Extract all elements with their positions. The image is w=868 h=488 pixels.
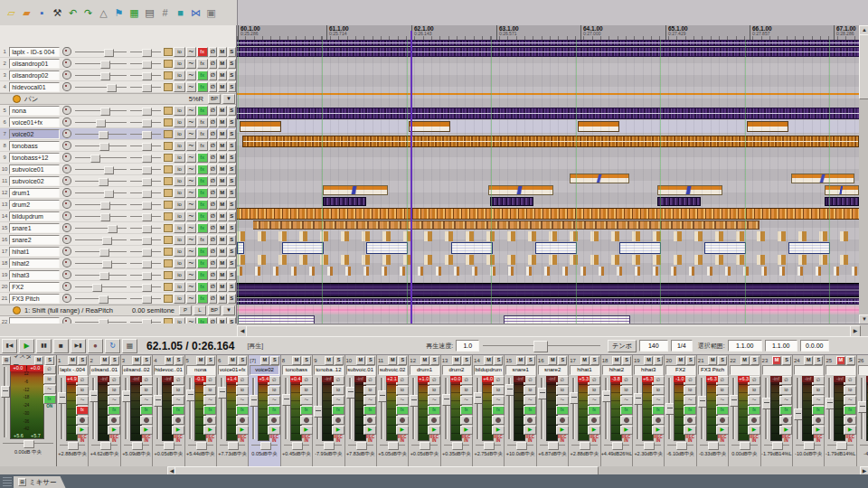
track-name-input[interactable]: voice02: [9, 129, 60, 139]
strip-track-name[interactable]: olisand..02: [122, 365, 151, 375]
mute-button[interactable]: M: [218, 223, 226, 233]
record-arm-button[interactable]: [62, 70, 71, 80]
peak-readout[interactable]: -1.0: [674, 376, 685, 382]
envelope-button[interactable]: 〜: [186, 164, 195, 174]
volume-slider-handle[interactable]: [92, 284, 102, 292]
mute-button[interactable]: M: [676, 356, 685, 365]
tools-icon[interactable]: ⚒: [52, 7, 63, 19]
pan-slider-handle[interactable]: [772, 442, 783, 450]
pan-slider-handle[interactable]: [484, 442, 495, 450]
strip-track-name[interactable]: hidevoc..01: [154, 365, 183, 375]
pan-slider[interactable]: [130, 178, 160, 184]
mute-button[interactable]: M: [228, 356, 237, 365]
envelope-button[interactable]: 〜: [186, 258, 195, 268]
pan-slider[interactable]: [130, 237, 160, 243]
envelope-button[interactable]: 〜: [844, 396, 856, 405]
media-item-drum2[interactable]: [490, 197, 533, 206]
peak-readout[interactable]: -inf: [834, 376, 845, 382]
envelope-button[interactable]: 〜: [186, 270, 195, 280]
record-arm-button[interactable]: [268, 416, 280, 425]
routing-io-button[interactable]: io: [174, 223, 185, 233]
volume-slider-handle[interactable]: [99, 143, 109, 151]
volume-slider[interactable]: [75, 225, 127, 231]
media-item-bildupdrum[interactable]: [253, 221, 760, 230]
envelope-arm-icon[interactable]: [13, 95, 21, 103]
solo-button[interactable]: S: [228, 82, 236, 92]
input-monitor-button[interactable]: ▶: [300, 426, 313, 435]
phase-button[interactable]: ∅: [209, 70, 217, 80]
envelope-button[interactable]: 〜: [140, 396, 153, 405]
track-name-input[interactable]: hihat1: [9, 247, 60, 257]
metronome-icon[interactable]: △: [98, 7, 109, 19]
reapitch-envelope-row-button-BP[interactable]: BP: [208, 305, 221, 315]
volume-slider-handle[interactable]: [99, 296, 108, 304]
pan-slider[interactable]: [130, 296, 160, 302]
mute-button[interactable]: M: [325, 356, 334, 365]
volume-slider-handle[interactable]: [99, 178, 108, 186]
solo-button[interactable]: S: [366, 356, 375, 365]
track-name-input[interactable]: hihat2: [9, 258, 60, 268]
peak-readout[interactable]: -inf: [98, 376, 109, 382]
volume-slider[interactable]: [75, 49, 127, 55]
input-monitor-button[interactable]: ▶: [844, 426, 856, 435]
routing-io-button[interactable]: io: [363, 386, 376, 395]
mute-button[interactable]: M: [68, 356, 77, 365]
fx-button[interactable]: fx: [620, 406, 633, 415]
strip-track-name[interactable]: [730, 365, 759, 375]
solo-button[interactable]: S: [228, 70, 236, 80]
fx-button[interactable]: fx: [524, 406, 536, 415]
pan-slider-handle[interactable]: [708, 442, 719, 450]
fx-button[interactable]: fx: [108, 406, 120, 415]
folder-icon[interactable]: [164, 71, 173, 80]
tcp-track-row-17[interactable]: 17hihat1io〜fx∅MS: [0, 246, 236, 258]
routing-io-button[interactable]: io: [174, 153, 185, 163]
routing-io-button[interactable]: io: [588, 386, 600, 395]
strip-track-name[interactable]: snare1: [505, 365, 534, 375]
fx-button[interactable]: fx: [236, 406, 249, 415]
routing-io-button[interactable]: io: [332, 386, 344, 395]
phase-button[interactable]: ∅: [209, 153, 217, 163]
strip-track-name[interactable]: subvoic.02: [378, 365, 407, 375]
pan-slider[interactable]: [537, 441, 568, 450]
pan-slider[interactable]: [130, 284, 160, 290]
envelope-button[interactable]: 〜: [556, 396, 569, 405]
solo-button[interactable]: S: [558, 356, 567, 365]
pan-slider[interactable]: [377, 441, 408, 450]
mute-button[interactable]: M: [218, 188, 226, 198]
routing-io-button[interactable]: io: [684, 386, 696, 395]
routing-io-button[interactable]: io: [844, 386, 856, 395]
envelope-button[interactable]: 〜: [186, 176, 195, 186]
media-item-drum2[interactable]: [825, 197, 859, 206]
strip-track-name[interactable]: FX2: [665, 365, 694, 375]
routing-io-button[interactable]: io: [620, 386, 633, 395]
solo-button[interactable]: S: [846, 356, 855, 365]
volume-fader[interactable]: [90, 376, 97, 441]
folder-icon[interactable]: [164, 107, 173, 115]
volume-fader[interactable]: [346, 376, 354, 441]
volume-fader[interactable]: [474, 376, 481, 441]
pan-slider-handle[interactable]: [324, 442, 335, 450]
record-arm-button[interactable]: [779, 416, 792, 425]
pan-slider[interactable]: [857, 441, 868, 450]
tcp-track-row-20[interactable]: 20FX2io〜fx∅MS: [0, 281, 236, 293]
record-arm-button[interactable]: [588, 416, 600, 425]
fx-button[interactable]: fx: [197, 82, 208, 92]
mute-button[interactable]: M: [218, 59, 226, 69]
input-monitor-button[interactable]: ▶: [108, 426, 120, 435]
routing-io-button[interactable]: io: [203, 386, 216, 395]
peak-readout[interactable]: +2.1: [386, 376, 398, 382]
arrange-lanes[interactable]: [237, 40, 859, 324]
record-arm-button[interactable]: [62, 141, 71, 150]
volume-fader[interactable]: [378, 376, 385, 441]
volume-fader[interactable]: [58, 376, 65, 441]
solo-button[interactable]: S: [228, 223, 236, 233]
solo-button[interactable]: S: [228, 141, 236, 151]
pan-slider-handle[interactable]: [142, 131, 152, 139]
record-arm-button[interactable]: [62, 211, 71, 221]
solo-button[interactable]: S: [782, 356, 791, 365]
fx-button[interactable]: fx: [197, 247, 208, 257]
phase-button[interactable]: ∅: [209, 282, 217, 292]
record-arm-button[interactable]: [684, 416, 696, 425]
fx-button[interactable]: fx: [197, 270, 208, 280]
media-item-drum1[interactable]: [825, 185, 859, 195]
